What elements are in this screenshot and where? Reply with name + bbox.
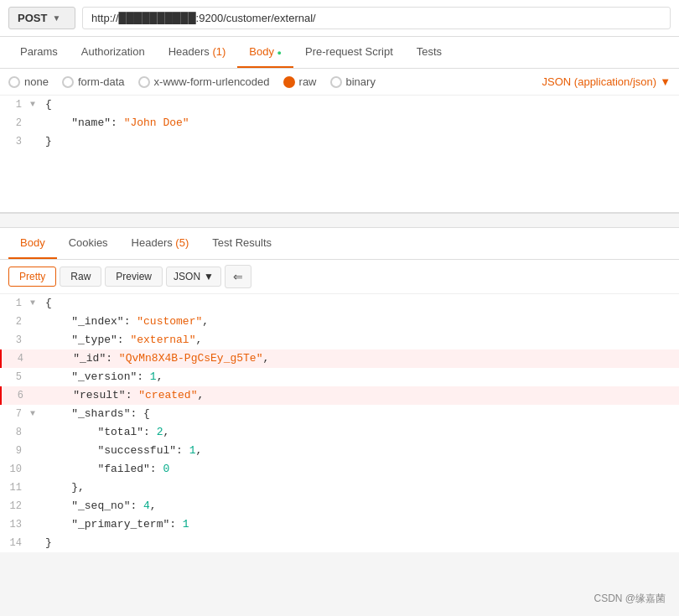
tab-prerequest[interactable]: Pre-request Script — [293, 37, 405, 68]
req-line-2: 2 "name": "John Doe" — [0, 114, 679, 132]
body-options: none form-data x-www-form-urlencoded raw… — [0, 69, 679, 96]
json-type-select[interactable]: JSON (application/json) ▼ — [542, 75, 671, 88]
option-formdata[interactable]: form-data — [62, 75, 125, 88]
json-format-label: JSON — [174, 271, 200, 282]
req-line-1: 1 ▼ { — [0, 96, 679, 114]
tab-tests[interactable]: Tests — [405, 37, 454, 68]
headers-badge: (1) — [212, 45, 225, 58]
json-format-dropdown[interactable]: JSON ▼ — [166, 267, 221, 287]
section-divider — [0, 213, 679, 228]
resp-line-7: 7▼ "_shards": { — [0, 405, 679, 423]
option-none[interactable]: none — [8, 75, 49, 88]
resp-tab-cookies[interactable]: Cookies — [57, 228, 120, 259]
resp-line-9: 9 "successful": 1, — [0, 442, 679, 460]
option-raw[interactable]: raw — [283, 75, 317, 88]
option-urlencoded[interactable]: x-www-form-urlencoded — [138, 75, 270, 88]
request-code-area[interactable]: 1 ▼ { 2 "name": "John Doe" 3 } — [0, 96, 679, 213]
radio-raw — [283, 76, 295, 88]
wrap-button[interactable]: ⇐ — [225, 265, 251, 288]
json-type-label: JSON (application/json) — [542, 75, 657, 88]
resp-line-5: 5 "_version": 1, — [0, 368, 679, 386]
response-toolbar: Pretty Raw Preview JSON ▼ ⇐ — [0, 260, 679, 294]
resp-tab-test-results[interactable]: Test Results — [200, 228, 283, 259]
pretty-button[interactable]: Pretty — [8, 267, 56, 287]
resp-line-14: 14 } — [0, 534, 679, 552]
resp-line-2: 2 "_index": "customer", — [0, 313, 679, 331]
method-select[interactable]: POST ▼ — [8, 7, 75, 29]
response-tabs: Body Cookies Headers (5) Test Results — [0, 228, 679, 260]
url-bar: POST ▼ — [0, 0, 679, 37]
resp-line-12: 12 "_seq_no": 4, — [0, 497, 679, 515]
radio-none — [8, 76, 20, 88]
resp-line-6: 6 "result": "created", — [0, 386, 679, 405]
radio-formdata — [62, 76, 74, 88]
resp-line-3: 3 "_type": "external", — [0, 331, 679, 349]
resp-line-1: 1▼{ — [0, 294, 679, 313]
request-tabs: Params Authorization Headers (1) Body ● … — [0, 37, 679, 69]
option-binary[interactable]: binary — [330, 75, 376, 88]
response-code-area[interactable]: 1▼{2 "_index": "customer",3 "_type": "ex… — [0, 294, 679, 552]
preview-button[interactable]: Preview — [105, 267, 163, 287]
method-arrow: ▼ — [52, 13, 60, 23]
resp-line-13: 13 "_primary_term": 1 — [0, 515, 679, 534]
resp-line-8: 8 "total": 2, — [0, 423, 679, 442]
resp-headers-badge: (5) — [175, 236, 189, 249]
tab-body[interactable]: Body ● — [237, 37, 293, 68]
req-line-3: 3 } — [0, 132, 679, 151]
resp-line-11: 11 }, — [0, 479, 679, 497]
resp-tab-headers[interactable]: Headers (5) — [120, 228, 201, 259]
url-input[interactable] — [82, 7, 671, 29]
raw-button[interactable]: Raw — [60, 267, 101, 287]
method-value: POST — [18, 12, 47, 24]
tab-params[interactable]: Params — [8, 37, 70, 68]
resp-line-4: 4 "_id": "QvMn8X4B-PgCsEy_g5Te", — [0, 349, 679, 368]
wrap-icon: ⇐ — [233, 270, 243, 283]
tab-authorization[interactable]: Authorization — [70, 37, 157, 68]
radio-binary — [330, 76, 342, 88]
resp-tab-body[interactable]: Body — [8, 228, 57, 259]
tab-headers[interactable]: Headers (1) — [157, 37, 238, 68]
resp-line-10: 10 "failed": 0 — [0, 460, 679, 479]
radio-urlencoded — [138, 76, 150, 88]
